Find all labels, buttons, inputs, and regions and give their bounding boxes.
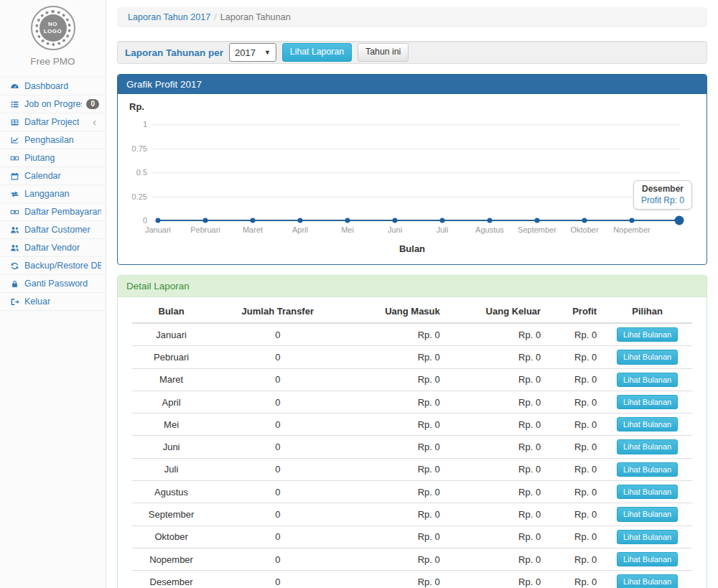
sidebar-item-daftar-customer[interactable]: Daftar Customer bbox=[0, 221, 106, 239]
cell-month: Mei bbox=[132, 414, 210, 436]
chart-line-icon bbox=[9, 136, 20, 145]
cell-month: Januari bbox=[132, 323, 210, 346]
tasks-icon bbox=[9, 100, 20, 109]
lihat-bulanan-button[interactable]: Lihat Bulanan bbox=[617, 507, 678, 521]
sidebar-item-calendar[interactable]: Calendar bbox=[0, 167, 106, 185]
cell-masuk: Rp. 0 bbox=[345, 571, 445, 588]
data-point-oktober[interactable] bbox=[582, 218, 587, 223]
cell-month: Nopember bbox=[132, 548, 210, 570]
column-header-uang-masuk: Uang Masuk bbox=[345, 300, 445, 323]
chart-y-tick-label: 0.75 bbox=[132, 144, 147, 153]
lihat-laporan-button[interactable]: Lihat Laporan bbox=[282, 43, 352, 62]
sidebar-item-piutang[interactable]: Piutang bbox=[0, 149, 106, 167]
data-point-desember[interactable] bbox=[675, 216, 684, 225]
data-point-mei[interactable] bbox=[345, 218, 350, 223]
report-table: BulanJumlah TransferUang MasukUang Kelua… bbox=[132, 300, 692, 588]
sidebar-item-job-on-progress[interactable]: Job on Progress0 bbox=[0, 95, 106, 113]
chart-x-axis-title: Bulan bbox=[128, 243, 696, 257]
lihat-bulanan-button[interactable]: Lihat Bulanan bbox=[617, 373, 678, 387]
cell-keluar: Rp. 0 bbox=[446, 414, 546, 436]
sidebar-item-langganan[interactable]: Langganan bbox=[0, 185, 106, 203]
cell-keluar: Rp. 0 bbox=[446, 481, 546, 503]
lihat-bulanan-button[interactable]: Lihat Bulanan bbox=[617, 462, 678, 477]
lihat-bulanan-button[interactable]: Lihat Bulanan bbox=[617, 485, 678, 499]
sidebar-item-dashboard[interactable]: Dashboard bbox=[0, 78, 106, 95]
tahun-ini-button[interactable]: Tahun ini bbox=[358, 43, 409, 62]
breadcrumb-link-laporan-tahun[interactable]: Laporan Tahun 2017 bbox=[128, 12, 210, 22]
data-point-pebruari[interactable] bbox=[203, 218, 208, 223]
sidebar-item-backup-restore-db[interactable]: Backup/Restore DB bbox=[0, 257, 106, 275]
sidebar-item-keluar[interactable]: Keluar bbox=[0, 293, 106, 311]
column-header-profit: Profit bbox=[546, 300, 602, 323]
sidebar-item-daftar-vendor[interactable]: Daftar Vendor bbox=[0, 239, 106, 257]
lihat-bulanan-button[interactable]: Lihat Bulanan bbox=[617, 552, 678, 566]
detail-panel-title: Detail Laporan bbox=[118, 276, 707, 297]
cell-transfer: 0 bbox=[210, 391, 345, 413]
cell-keluar: Rp. 0 bbox=[446, 503, 546, 526]
data-point-september[interactable] bbox=[535, 218, 540, 223]
data-point-juli[interactable] bbox=[440, 218, 445, 223]
cell-profit: Rp. 0 bbox=[546, 571, 602, 588]
cell-month: Desember bbox=[132, 571, 210, 588]
app-window: NO LOGO Free PMO DashboardJob on Progres… bbox=[0, 0, 718, 588]
cell-action: Lihat Bulanan bbox=[602, 346, 692, 368]
lock-icon bbox=[9, 279, 20, 289]
table-row-pebruari: Pebruari0Rp. 0Rp. 0Rp. 0Lihat Bulanan bbox=[132, 346, 692, 368]
cell-month: Pebruari bbox=[132, 346, 210, 368]
lihat-bulanan-button[interactable]: Lihat Bulanan bbox=[617, 350, 678, 364]
cell-keluar: Rp. 0 bbox=[446, 571, 546, 588]
chart-gridline bbox=[152, 197, 681, 197]
sidebar-item-ganti-password[interactable]: Ganti Password bbox=[0, 275, 106, 293]
lihat-bulanan-button[interactable]: Lihat Bulanan bbox=[617, 439, 678, 454]
cell-month: Juni bbox=[132, 436, 210, 458]
cell-transfer: 0 bbox=[210, 436, 345, 458]
chart-y-tick-label: 0 bbox=[143, 216, 147, 225]
chart-gridline bbox=[152, 149, 681, 149]
data-point-maret[interactable] bbox=[251, 218, 256, 223]
chart-x-tick-label: Oktober bbox=[570, 225, 598, 234]
table-row-juni: Juni0Rp. 0Rp. 0Rp. 0Lihat Bulanan bbox=[132, 436, 692, 458]
chart-x-tick-label: Maret bbox=[243, 225, 263, 234]
data-point-april[interactable] bbox=[298, 218, 303, 223]
app-logo: NO LOGO bbox=[31, 6, 75, 50]
cell-keluar: Rp. 0 bbox=[446, 391, 546, 413]
brand-name: Free PMO bbox=[0, 56, 106, 67]
lihat-bulanan-button[interactable]: Lihat Bulanan bbox=[617, 417, 678, 431]
cell-masuk: Rp. 0 bbox=[345, 526, 445, 548]
report-filter-bar: Laporan Tahunan per 2017 ▼ Lihat Laporan… bbox=[117, 41, 707, 64]
cell-transfer: 0 bbox=[210, 503, 345, 526]
sidebar-item-label: Daftar Pembayaran bbox=[24, 207, 101, 217]
data-point-juni[interactable] bbox=[393, 218, 398, 223]
chart-x-tick-label: April bbox=[292, 225, 308, 234]
cell-masuk: Rp. 0 bbox=[345, 458, 445, 480]
data-point-nopember[interactable] bbox=[630, 218, 635, 223]
sidebar-item-daftar-pembayaran[interactable]: Daftar Pembayaran bbox=[0, 203, 106, 221]
cell-profit: Rp. 0 bbox=[546, 346, 602, 368]
lihat-bulanan-button[interactable]: Lihat Bulanan bbox=[617, 395, 678, 409]
chart-plot-area: 10.750.50.250JanuariPebruariMaretAprilMe… bbox=[152, 124, 681, 220]
data-point-agustus[interactable] bbox=[487, 218, 492, 223]
chart-tooltip-title: Desember bbox=[641, 184, 684, 194]
cell-profit: Rp. 0 bbox=[546, 458, 602, 480]
cell-action: Lihat Bulanan bbox=[602, 368, 692, 391]
sidebar-item-penghasilan[interactable]: Penghasilan bbox=[0, 131, 106, 149]
year-select[interactable]: 2017 ▼ bbox=[229, 43, 276, 62]
chevron-down-icon: ▼ bbox=[264, 49, 271, 56]
lihat-bulanan-button[interactable]: Lihat Bulanan bbox=[617, 574, 678, 588]
sidebar-item-daftar-project[interactable]: Daftar Project‹ bbox=[0, 113, 106, 131]
sidebar: NO LOGO Free PMO DashboardJob on Progres… bbox=[0, 0, 106, 588]
cell-action: Lihat Bulanan bbox=[602, 391, 692, 413]
cell-masuk: Rp. 0 bbox=[345, 481, 445, 503]
cell-profit: Rp. 0 bbox=[546, 368, 602, 391]
lihat-bulanan-button[interactable]: Lihat Bulanan bbox=[617, 327, 678, 342]
cell-masuk: Rp. 0 bbox=[345, 503, 445, 526]
cell-action: Lihat Bulanan bbox=[602, 323, 692, 346]
sign-out-icon bbox=[9, 297, 20, 307]
logo-text-line2: LOGO bbox=[44, 28, 62, 35]
lihat-bulanan-button[interactable]: Lihat Bulanan bbox=[617, 530, 678, 544]
data-point-januari[interactable] bbox=[156, 218, 161, 223]
cell-month: September bbox=[132, 503, 210, 526]
sidebar-item-label: Dashboard bbox=[24, 81, 68, 91]
count-badge: 0 bbox=[86, 99, 99, 109]
cell-action: Lihat Bulanan bbox=[602, 481, 692, 503]
